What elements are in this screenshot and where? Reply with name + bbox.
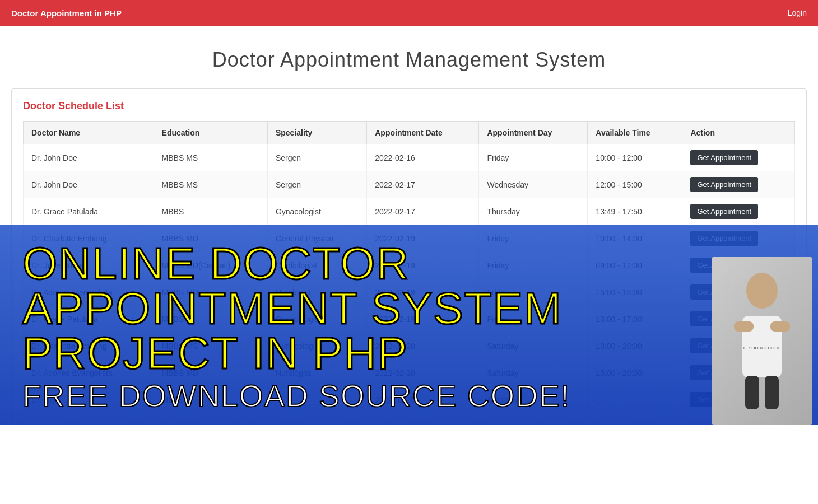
cell-appointment-date: 2022-02-16 [367,144,479,171]
person-placeholder: IT SOURCECODE [712,257,812,425]
svg-point-0 [746,273,778,309]
overlay-subtext: Free Download Source Code! [11,378,807,414]
svg-rect-4 [745,376,759,409]
cell-speciality: Sergen [267,144,366,171]
table-row: Dr. John Doe MBBS MS Sergen 2022-02-16 F… [24,144,795,171]
app-title: Doctor Appointment in PHP [11,8,122,18]
section-title: Doctor Schedule List [23,100,795,112]
col-appointment-date: Appointment Date [367,122,479,144]
cell-doctor-name: Dr. John Doe [24,144,154,171]
col-available-time: Available Time [588,122,682,144]
cell-speciality: Sergen [267,171,366,198]
header: Doctor Appointment in PHP Login [0,0,818,26]
page-title-section: Doctor Appointment Management System [0,26,818,88]
page-title: Doctor Appointment Management System [11,48,807,72]
overlay-banner: Online Doctor Appointment System Project… [0,225,818,425]
cell-doctor-name: Dr. Grace Patulada [24,198,154,225]
cell-speciality: Gynacologist [267,198,366,225]
cell-education: MBBS [154,198,267,225]
overlay-line3: Project in PHP [11,331,807,376]
col-education: Education [154,122,267,144]
col-action: Action [682,122,795,144]
col-doctor-name: Doctor Name [24,122,154,144]
cell-appointment-day: Friday [479,144,588,171]
cell-available-time: 12:00 - 15:00 [588,171,682,198]
svg-text:IT SOURCECODE: IT SOURCECODE [743,346,781,351]
cell-education: MBBS MS [154,171,267,198]
cell-available-time: 10:00 - 12:00 [588,144,682,171]
table-header-row: Doctor Name Education Speciality Appoint… [24,122,795,144]
get-appointment-button[interactable]: Get Appointment [690,150,758,165]
cell-appointment-day: Wednesday [479,171,588,198]
cell-education: MBBS MS [154,144,267,171]
svg-rect-5 [765,376,779,409]
cell-appointment-date: 2022-02-17 [367,198,479,225]
svg-rect-3 [770,321,790,332]
cell-action: Get Appointment [682,198,795,225]
overlay-line1: Online Doctor [11,241,807,286]
person-image: IT SOURCECODE [706,246,818,425]
cell-doctor-name: Dr. John Doe [24,171,154,198]
cell-appointment-date: 2022-02-17 [367,171,479,198]
login-link[interactable]: Login [788,8,807,17]
cell-action: Get Appointment [682,144,795,171]
svg-rect-2 [734,321,754,332]
cell-appointment-day: Thursday [479,198,588,225]
get-appointment-button[interactable]: Get Appointment [690,204,758,219]
col-appointment-day: Appointment Day [479,122,588,144]
get-appointment-button[interactable]: Get Appointment [690,177,758,192]
col-speciality: Speciality [267,122,366,144]
table-row: Dr. Grace Patulada MBBS Gynacologist 202… [24,198,795,225]
overlay-line2: Appointment System [11,286,807,331]
cell-action: Get Appointment [682,171,795,198]
cell-available-time: 13:49 - 17:50 [588,198,682,225]
table-row: Dr. John Doe MBBS MS Sergen 2022-02-17 W… [24,171,795,198]
